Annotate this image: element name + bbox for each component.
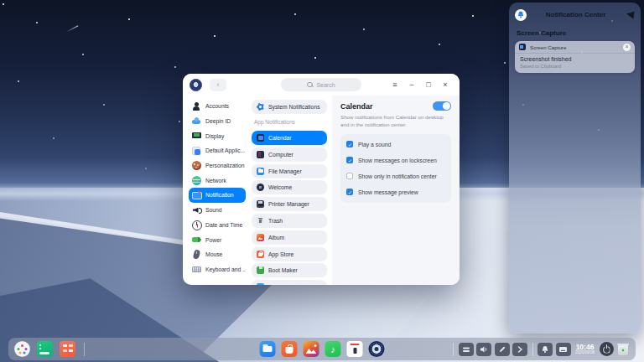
computer-icon (257, 151, 264, 158)
app-store-dock-icon[interactable] (282, 341, 298, 357)
notification-close-button[interactable]: × (623, 44, 631, 51)
detail-description: Show notifications from Calendar on desk… (340, 114, 444, 129)
tray-expand-button[interactable] (512, 343, 527, 356)
app-row-calendar[interactable]: Calendar (252, 131, 327, 145)
volume-button[interactable] (476, 343, 491, 356)
options-panel: ✓ Play a sound ✓ Show messages on locksc… (340, 134, 451, 203)
control-center-dock-icon[interactable] (369, 341, 385, 357)
battery-icon (191, 235, 201, 245)
sidebar-item-keyboard[interactable]: Keyboard and ... (189, 262, 246, 277)
checkbox-checked-icon[interactable]: ✓ (346, 141, 353, 147)
dock-clock[interactable]: 10:46 2020/09/08 (575, 344, 595, 355)
music-dock-icon[interactable]: ♪ (325, 341, 341, 357)
close-button[interactable]: × (438, 78, 453, 91)
back-button[interactable]: ‹ (210, 79, 226, 91)
gear-icon (257, 103, 264, 111)
checkbox-checked-icon[interactable]: ✓ (346, 157, 353, 163)
bell-icon (517, 11, 524, 18)
sidebar-item-power[interactable]: Power (189, 232, 246, 247)
toggle-knob (443, 102, 450, 110)
sidebar-item-notification[interactable]: Notification (189, 188, 246, 203)
palette-icon (191, 161, 201, 171)
stars (3, 3, 4, 5)
trash-icon (257, 217, 264, 225)
menu-button[interactable]: ≡ (387, 78, 402, 91)
notification-center-panel: Notification Center Screen Capture Scree… (509, 3, 641, 334)
checkbox-checked-icon[interactable]: ✓ (346, 189, 353, 195)
sidebar-item-date-and-time[interactable]: Date and Time (189, 218, 246, 233)
control-center-logo-icon (190, 79, 202, 91)
maximize-button[interactable]: □ (421, 78, 436, 91)
app-row-partial[interactable] (252, 280, 327, 285)
app-row-welcome[interactable]: Welcome (252, 180, 327, 194)
app-grid-icon[interactable] (60, 341, 75, 357)
app-row-file-manager[interactable]: File Manager (252, 164, 327, 178)
clear-all-button[interactable] (625, 10, 635, 20)
photos-dock-icon[interactable] (304, 341, 319, 357)
sidebar-item-deepin-id[interactable]: Deepin ID (189, 114, 246, 129)
list-board-icon[interactable] (37, 341, 53, 357)
clock-date: 2020/09/08 (575, 351, 595, 355)
sidebar-item-mouse[interactable]: Mouse (189, 247, 246, 262)
app-notifications-section-label: App Notifications (254, 119, 327, 127)
notification-group-title: Screen Capture (517, 29, 635, 37)
app-icon (257, 283, 264, 285)
sidebar-item-personalization[interactable]: Personalization (189, 158, 246, 173)
sidebar-item-display[interactable]: Display (189, 128, 246, 143)
notification-card[interactable]: Screen Capture × Screenshot finished Sav… (515, 41, 635, 73)
launcher-icon[interactable] (14, 341, 30, 357)
onboard-keyboard-button[interactable] (459, 343, 474, 356)
screenshot-button[interactable] (495, 343, 510, 356)
app-row-album[interactable]: Album (252, 230, 327, 245)
search-box[interactable]: Search (281, 78, 361, 91)
globe-icon (191, 175, 201, 185)
calendar-notifications-toggle[interactable] (433, 101, 451, 111)
titlebar[interactable]: ‹ Search ≡ − □ × (183, 74, 460, 96)
app-row-trash[interactable]: Trash (252, 214, 327, 228)
notification-bubble-icon (191, 190, 201, 200)
option-show-message-preview[interactable]: ✓ Show message preview (346, 184, 445, 200)
sidebar-item-sound[interactable]: Sound (189, 203, 246, 218)
trash-lid (617, 344, 629, 345)
sidebar-item-network[interactable]: Network (189, 173, 246, 188)
user-icon (191, 101, 201, 111)
checkbox-unchecked-icon[interactable] (346, 173, 353, 179)
monitor-icon (191, 131, 201, 141)
app-row-boot-maker[interactable]: Boot Maker (252, 263, 327, 277)
file-manager-dock-icon[interactable] (260, 341, 276, 357)
speaker-icon (191, 205, 201, 215)
calendar-dock-icon[interactable] (347, 341, 363, 357)
keyboard-icon (191, 264, 201, 274)
tray-separator (453, 343, 454, 356)
app-row-system-notifications[interactable]: System Notifications (252, 100, 327, 114)
chevron-right-icon (517, 345, 523, 354)
notification-app-list: System Notifications App Notifications C… (248, 96, 332, 285)
printer-icon (257, 200, 264, 208)
keyboard-layout-icon (558, 345, 568, 354)
calendar-notification-settings: Calendar Show notifications from Calenda… (332, 96, 460, 285)
desktop: ‹ Search ≡ − □ × Accounts Dee (0, 0, 644, 362)
notification-title: Screenshot finished (520, 56, 630, 62)
minimize-button[interactable]: − (404, 78, 419, 91)
option-show-only-in-notification-center[interactable]: Show only in notification center (346, 168, 445, 184)
bell-icon (541, 345, 549, 354)
keyboard-layout-button[interactable] (556, 343, 571, 356)
default-apps-icon (191, 146, 201, 156)
app-row-app-store[interactable]: App Store (252, 247, 327, 261)
option-play-a-sound[interactable]: ✓ Play a sound (346, 137, 445, 153)
notification-bell-button[interactable] (538, 343, 553, 356)
dock-separator (84, 343, 85, 356)
trash-dock-icon[interactable] (616, 342, 630, 356)
shutdown-button[interactable] (600, 342, 614, 356)
sidebar-item-accounts[interactable]: Accounts (189, 99, 246, 114)
sidebar-item-default-applications[interactable]: Default Applic... (189, 143, 246, 158)
notification-app-name: Screen Capture (530, 44, 619, 50)
app-row-printer-manager[interactable]: Printer Manager (252, 197, 327, 211)
app-store-icon (257, 251, 264, 258)
option-show-messages-on-lockscreen[interactable]: ✓ Show messages on lockscreen (346, 153, 445, 168)
mouse-icon (191, 250, 201, 260)
volume-icon (480, 345, 488, 354)
control-center-window: ‹ Search ≡ − □ × Accounts Dee (183, 74, 460, 285)
app-row-computer[interactable]: Computer (252, 147, 327, 162)
boot-maker-icon (257, 266, 264, 274)
